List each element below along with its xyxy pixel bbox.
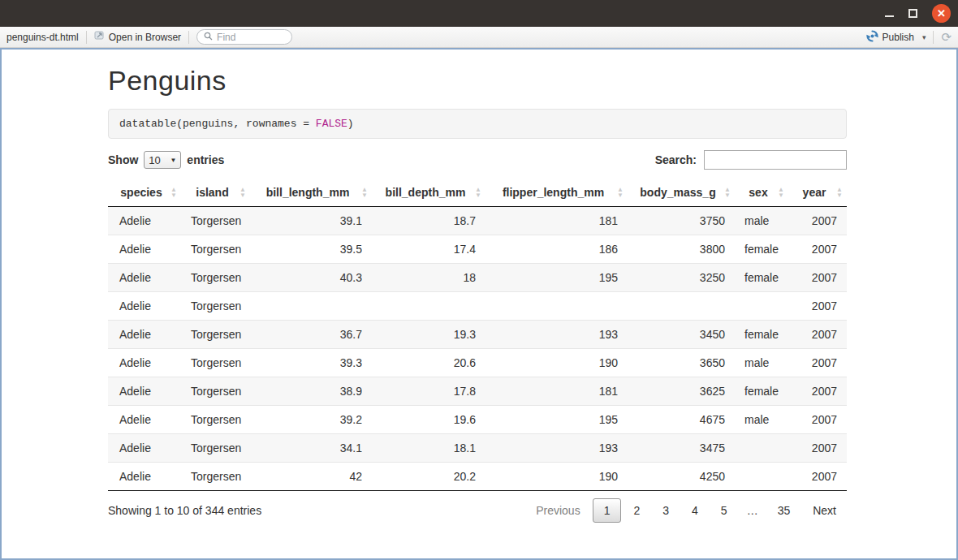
column-header-label: flipper_length_mm (503, 186, 604, 199)
table-cell-species: Adelie (108, 207, 181, 235)
table-cell-bill_depth_mm: 18.7 (372, 207, 485, 235)
show-label: Show (108, 153, 138, 166)
toolbar-separator (188, 31, 189, 44)
column-header-bill_length_mm[interactable]: bill_length_mm▲▼ (250, 179, 372, 207)
column-header-species[interactable]: species▲▼ (108, 179, 181, 207)
table-cell-bill_depth_mm: 19.6 (372, 406, 485, 434)
table-cell-species: Adelie (108, 321, 181, 349)
column-header-label: year (803, 186, 826, 199)
table-search-input[interactable] (704, 150, 847, 170)
column-header-island[interactable]: island▲▼ (181, 179, 250, 207)
table-row: AdelieTorgersen40.3181953250female2007 (108, 264, 847, 292)
open-in-browser-label: Open in Browser (109, 32, 181, 43)
page-35-button[interactable]: 35 (767, 498, 801, 523)
table-row: AdelieTorgersen2007 (108, 292, 847, 321)
page-2-button[interactable]: 2 (623, 498, 650, 523)
table-cell-sex: male (735, 349, 788, 377)
page-4-button[interactable]: 4 (681, 498, 709, 523)
table-cell-flipper_length_mm: 195 (485, 264, 628, 292)
table-cell-bill_length_mm: 42 (250, 463, 372, 491)
table-cell-body_mass_g: 3800 (628, 235, 735, 264)
table-cell-body_mass_g: 4250 (628, 463, 735, 491)
maximize-button[interactable] (908, 9, 917, 18)
table-cell-bill_length_mm: 39.2 (250, 406, 372, 434)
maximize-icon (908, 9, 917, 18)
sort-both-icon: ▲▼ (617, 187, 624, 198)
penguins-table: species▲▼island▲▼bill_length_mm▲▼bill_de… (108, 179, 847, 491)
refresh-icon[interactable]: ⟳ (941, 31, 952, 43)
table-cell-year: 2007 (788, 434, 847, 463)
table-cell-island: Torgersen (181, 292, 250, 321)
table-cell-year: 2007 (788, 264, 847, 292)
table-cell-year: 2007 (788, 406, 847, 434)
table-row: AdelieTorgersen39.517.41863800female2007 (108, 235, 847, 264)
table-row: AdelieTorgersen36.719.31933450female2007 (108, 321, 847, 349)
table-cell-year: 2007 (788, 463, 847, 491)
table-row: AdelieTorgersen34.118.119334752007 (108, 434, 847, 463)
table-cell-sex (735, 463, 788, 491)
table-cell-year: 2007 (788, 235, 847, 264)
table-cell-island: Torgersen (181, 321, 250, 349)
table-cell-island: Torgersen (181, 463, 250, 491)
datatable-controls: Show10▼entries Search: (108, 150, 847, 170)
table-cell-species: Adelie (108, 434, 181, 463)
table-cell-body_mass_g: 3450 (628, 321, 735, 349)
table-cell-species: Adelie (108, 235, 181, 264)
sort-both-icon: ▲▼ (778, 187, 784, 198)
datatable-widget: Show10▼entries Search: species▲▼island▲▼… (108, 150, 847, 523)
table-cell-species: Adelie (108, 349, 181, 377)
table-cell-sex: female (735, 264, 788, 292)
datatable-footer: Showing 1 to 10 of 344 entries Previous1… (108, 498, 847, 523)
table-cell-year: 2007 (788, 377, 847, 406)
pagination: Previous12345…35Next (524, 498, 847, 523)
table-cell-bill_length_mm: 39.1 (250, 207, 372, 235)
publish-button[interactable]: Publish ▾ (866, 30, 926, 45)
open-in-browser-icon (94, 31, 105, 43)
code-keyword: FALSE (316, 118, 347, 130)
table-cell-species: Adelie (108, 292, 181, 321)
page-length-select[interactable]: 10▼ (144, 151, 181, 169)
column-header-sex[interactable]: sex▲▼ (735, 179, 788, 207)
column-header-label: island (196, 186, 228, 199)
page-5-button[interactable]: 5 (710, 498, 738, 523)
find-box[interactable] (196, 29, 292, 45)
table-cell-island: Torgersen (181, 264, 250, 292)
close-button[interactable]: ✕ (932, 4, 951, 23)
table-cell-body_mass_g: 3750 (628, 207, 735, 235)
previous-button[interactable]: Previous (525, 498, 590, 523)
find-input[interactable] (217, 32, 280, 43)
table-cell-flipper_length_mm (485, 292, 628, 321)
page-3-button[interactable]: 3 (652, 498, 680, 523)
table-cell-body_mass_g: 3625 (628, 377, 735, 406)
page-1-button[interactable]: 1 (593, 498, 622, 523)
table-cell-flipper_length_mm: 190 (485, 463, 628, 491)
toolbar-separator (933, 31, 934, 44)
table-cell-island: Torgersen (181, 434, 250, 463)
search-control: Search: (655, 150, 847, 170)
table-cell-body_mass_g (628, 292, 735, 321)
table-body: AdelieTorgersen39.118.71813750male2007Ad… (108, 207, 847, 491)
table-cell-bill_length_mm: 39.3 (250, 349, 372, 377)
table-cell-year: 2007 (788, 207, 847, 235)
column-header-bill_depth_mm[interactable]: bill_depth_mm▲▼ (372, 179, 485, 207)
table-cell-year: 2007 (788, 349, 847, 377)
table-cell-bill_length_mm: 34.1 (250, 434, 372, 463)
column-header-year[interactable]: year▲▼ (788, 179, 847, 207)
table-cell-body_mass_g: 3475 (628, 434, 735, 463)
column-header-body_mass_g[interactable]: body_mass_g▲▼ (628, 179, 735, 207)
table-info: Showing 1 to 10 of 344 entries (108, 504, 261, 517)
table-cell-species: Adelie (108, 406, 181, 434)
table-row: AdelieTorgersen39.219.61954675male2007 (108, 406, 847, 434)
column-header-flipper_length_mm[interactable]: flipper_length_mm▲▼ (485, 179, 628, 207)
table-cell-sex (735, 292, 788, 321)
sort-both-icon: ▲▼ (475, 187, 481, 198)
next-button[interactable]: Next (802, 498, 847, 523)
table-cell-bill_length_mm: 39.5 (250, 235, 372, 264)
chevron-down-icon: ▾ (922, 33, 926, 41)
chevron-down-icon: ▼ (170, 157, 176, 164)
table-cell-body_mass_g: 3250 (628, 264, 735, 292)
open-in-browser-button[interactable]: Open in Browser (94, 31, 181, 43)
table-cell-bill_depth_mm: 18.1 (372, 434, 485, 463)
minimize-icon (885, 15, 894, 17)
column-header-label: bill_depth_mm (386, 186, 466, 199)
